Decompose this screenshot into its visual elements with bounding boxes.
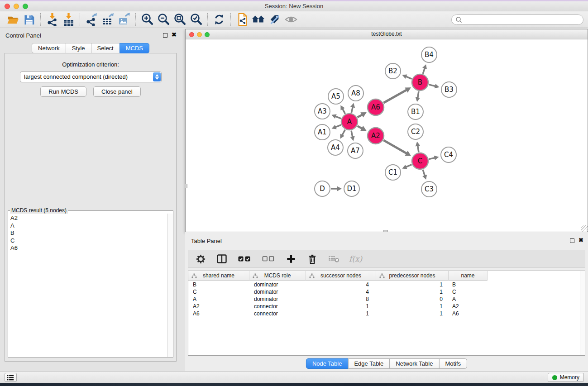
function-builder-button[interactable]: f(x) [349, 254, 362, 263]
result-scrollbar[interactable] [167, 214, 173, 357]
graph-node-A7[interactable]: A7 [348, 143, 363, 158]
tab-select[interactable]: Select [91, 43, 120, 53]
tab-mcds[interactable]: MCDS [120, 43, 149, 53]
table-cell[interactable]: B [188, 281, 249, 288]
table-cell[interactable]: connector [249, 310, 306, 317]
close-panel-button[interactable]: Close panel [93, 86, 141, 97]
delete-table-button[interactable] [328, 253, 339, 265]
show-columns-button[interactable] [237, 253, 252, 265]
tab-network[interactable]: Network [32, 43, 66, 53]
graph-node-C1[interactable]: C1 [385, 165, 401, 180]
column-header-predecessor-nodes[interactable]: predecessor nodes [376, 271, 449, 281]
graph-edge-B-B2[interactable] [402, 75, 411, 79]
table-cell[interactable]: 1 [376, 288, 449, 295]
splitter-grip-icon[interactable] [184, 184, 187, 188]
table-cell[interactable]: dominator [249, 288, 306, 295]
run-mcds-button[interactable]: Run MCDS [40, 86, 86, 97]
export-table-button[interactable] [100, 12, 116, 27]
column-header-successor-nodes[interactable]: successor nodes [306, 271, 376, 281]
table-row[interactable]: Cdominator41C [188, 288, 579, 295]
table-cell[interactable]: C [449, 288, 488, 295]
import-network-button[interactable] [44, 12, 60, 27]
open-file-button[interactable] [5, 12, 21, 27]
table-row[interactable]: Adominator80A [188, 295, 579, 303]
mcds-result-item[interactable]: C [9, 237, 167, 245]
bird-eye-button[interactable] [283, 12, 299, 27]
tab-network-table[interactable]: Network Table [389, 358, 439, 369]
graph-edge-C-C1[interactable] [402, 165, 411, 169]
table-scrollbar[interactable] [580, 271, 585, 355]
table-cell[interactable]: C [188, 288, 249, 295]
table-cell[interactable]: A [188, 295, 249, 303]
criterion-dropdown[interactable]: largest connected component (directed) [20, 71, 162, 82]
table-cell[interactable]: 4 [306, 281, 376, 288]
tab-edge-table[interactable]: Edge Table [348, 358, 390, 369]
table-cell[interactable]: 1 [376, 281, 449, 288]
tab-style[interactable]: Style [66, 43, 91, 53]
graph-edge-A2-C[interactable] [383, 140, 411, 156]
close-window-button[interactable] [5, 4, 10, 9]
graph-edge-A6-B[interactable] [383, 87, 411, 103]
zoom-fit-button[interactable] [172, 12, 188, 27]
column-header-name[interactable]: name [449, 271, 488, 281]
graph-node-B1[interactable]: B1 [408, 104, 423, 119]
table-cell[interactable]: A2 [188, 303, 249, 310]
table-cell[interactable]: A [449, 295, 488, 303]
minimize-window-button[interactable] [14, 4, 19, 9]
graph-edge-A-A7[interactable] [350, 131, 355, 141]
float-panel-icon[interactable] [163, 33, 167, 38]
zoom-in-button[interactable] [139, 12, 155, 27]
mcds-result-item[interactable]: A6 [9, 244, 167, 252]
graph-edge-A-A5[interactable] [340, 105, 345, 114]
table-cell[interactable]: A6 [449, 310, 488, 317]
table-cell[interactable]: dominator [249, 281, 306, 288]
graph-edge-B-B4[interactable] [422, 64, 427, 74]
table-row[interactable]: A6connector11A6 [188, 310, 579, 317]
delete-columns-button[interactable] [306, 253, 318, 265]
table-row[interactable]: Bdominator41B [188, 281, 579, 288]
table-cell[interactable]: 1 [376, 303, 449, 310]
mcds-result-item[interactable]: A [9, 222, 167, 230]
close-panel-icon[interactable]: ✖ [578, 237, 583, 243]
graph-node-D[interactable]: D [315, 181, 330, 196]
export-network-button[interactable] [83, 12, 100, 27]
zoom-window-button[interactable] [23, 4, 28, 9]
hide-columns-button[interactable] [261, 253, 276, 265]
float-panel-icon[interactable] [570, 238, 574, 243]
mcds-result-item[interactable]: A2 [9, 214, 167, 222]
table-cell[interactable]: 8 [306, 295, 376, 303]
graph-edge-C-C2[interactable] [416, 142, 420, 152]
graph-node-B2[interactable]: B2 [385, 63, 401, 79]
memory-button[interactable]: Memory [548, 373, 584, 382]
graph-edge-C-C3[interactable] [422, 170, 427, 180]
graph-node-C2[interactable]: C2 [408, 124, 423, 139]
graph-edge-B-B1[interactable] [416, 91, 420, 102]
graph-edge-A-A3[interactable] [332, 114, 341, 119]
close-network-window-button[interactable] [189, 32, 194, 37]
graph-node-A8[interactable]: A8 [348, 86, 363, 101]
graph-edge-D-D1[interactable] [331, 186, 342, 191]
table-cell[interactable]: B [449, 281, 488, 288]
table-cell[interactable]: 1 [306, 303, 376, 310]
hide-labels-button[interactable] [267, 12, 283, 27]
mcds-result-item[interactable]: B [9, 229, 167, 237]
table-cell[interactable]: 4 [306, 288, 376, 295]
session-document-button[interactable] [234, 12, 250, 27]
table-settings-button[interactable] [195, 253, 206, 265]
graph-edge-C-C4[interactable] [429, 156, 439, 160]
graph-node-B[interactable]: B [412, 74, 428, 91]
graph-node-A3[interactable]: A3 [315, 104, 330, 119]
zoom-network-window-button[interactable] [205, 32, 210, 37]
table-row[interactable]: A2connector11A2 [188, 303, 579, 310]
graph-node-C[interactable]: C [412, 153, 428, 169]
tab-motifs[interactable]: Motifs [439, 358, 467, 369]
save-session-button[interactable] [21, 12, 37, 27]
graph-node-A[interactable]: A [341, 114, 358, 130]
table-cell[interactable]: 1 [306, 310, 376, 317]
graph-node-C3[interactable]: C3 [421, 181, 437, 197]
show-networks-button[interactable] [250, 12, 267, 27]
graph-node-A4[interactable]: A4 [328, 140, 343, 155]
zoom-selected-button[interactable] [188, 12, 204, 27]
split-panel-button[interactable] [216, 253, 228, 265]
resize-grip-icon[interactable] [581, 225, 588, 232]
